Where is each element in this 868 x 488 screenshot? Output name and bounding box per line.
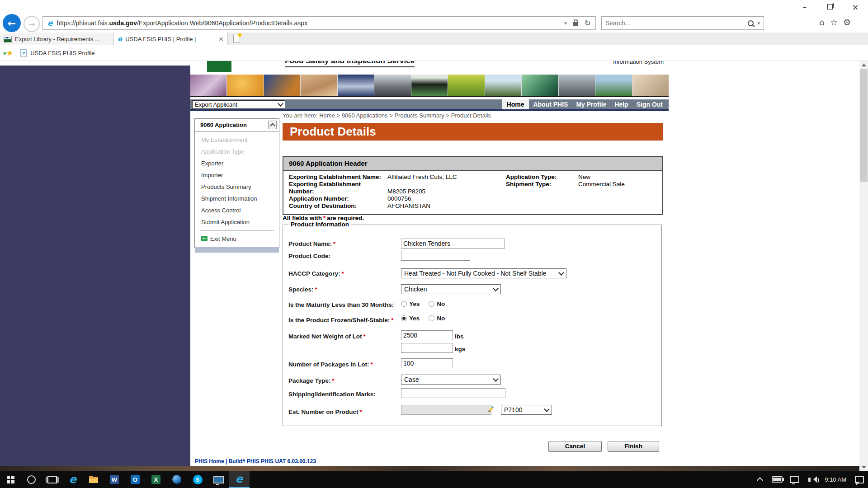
- chevron-down-icon: [558, 270, 564, 276]
- frozen-yes-radio[interactable]: [401, 315, 407, 321]
- clock[interactable]: 9:10 AM: [820, 476, 851, 483]
- page-scrollbar[interactable]: [859, 61, 868, 471]
- haccp-category-select[interactable]: Heat Treated - Not Fully Cooked - Not Sh…: [401, 268, 566, 278]
- frozen-label: Is the Product Frozen/Shelf-Stable:*: [288, 317, 395, 324]
- product-code-input[interactable]: [401, 251, 470, 261]
- forward-button[interactable]: →: [24, 16, 40, 32]
- exporting-establishment-number: M8205 P8205: [387, 188, 425, 195]
- tray-display[interactable]: [786, 476, 803, 483]
- task-view-icon: [47, 476, 57, 483]
- task-view-button[interactable]: [42, 471, 62, 488]
- search-dropdown-icon[interactable]: ▾: [757, 20, 760, 26]
- refresh-icon[interactable]: ↻: [585, 19, 591, 28]
- search-box[interactable]: Search... ▾: [601, 16, 764, 30]
- nav-sign-out[interactable]: Sign Out: [632, 99, 667, 109]
- application-number: 0000756: [387, 195, 411, 202]
- tray-volume[interactable]: [803, 478, 820, 482]
- tab-export-library[interactable]: Export Library - Requirements ...: [0, 33, 114, 45]
- product-code-label: Product Code:: [288, 253, 330, 259]
- sidebar-item-exporter[interactable]: Exporter: [195, 158, 279, 169]
- cancel-button[interactable]: Cancel: [548, 441, 602, 452]
- taskbar-ie-active[interactable]: e: [229, 471, 250, 488]
- country-of-destination: AFGHANISTAN: [387, 202, 430, 209]
- scroll-down-arrow[interactable]: [859, 463, 868, 471]
- taskbar-remote-desktop[interactable]: [208, 471, 229, 488]
- page-left-background: [0, 66, 190, 466]
- sidebar-item-access-control[interactable]: Access Control: [195, 205, 279, 216]
- cortana-search-button[interactable]: [21, 471, 42, 488]
- address-bar[interactable]: e https://phisuat.fsis.usda.gov/ExportAp…: [42, 16, 596, 30]
- home-icon[interactable]: ⌂: [819, 17, 825, 27]
- chevron-up-icon: [270, 123, 275, 128]
- sidebar-exit-menu[interactable]: Exit Menu: [195, 233, 279, 244]
- finish-button[interactable]: Finish: [608, 441, 659, 452]
- nav-about-phis[interactable]: About PHIS: [529, 99, 572, 109]
- scrollbar-thumb[interactable]: [860, 69, 868, 182]
- tray-show-hidden-icons[interactable]: [751, 476, 769, 483]
- taskbar-word[interactable]: W: [104, 471, 125, 488]
- search-icon[interactable]: [748, 20, 754, 26]
- sidebar-item-submit-application[interactable]: Submit Application: [195, 216, 279, 228]
- tray-battery[interactable]: [769, 476, 786, 483]
- settings-gear-icon[interactable]: ⚙: [843, 17, 851, 27]
- maturity-yes-radio[interactable]: [401, 301, 407, 307]
- photo-technicians: [338, 75, 374, 96]
- footer-photo-strip: [0, 466, 868, 471]
- address-dropdown-icon[interactable]: ▾: [564, 20, 567, 26]
- minimize-button[interactable]: –: [792, 0, 817, 14]
- nav-help[interactable]: Help: [610, 99, 632, 109]
- tab-close-icon[interactable]: ×: [218, 35, 224, 42]
- taskbar: e W O X S e 9:10 AM: [0, 471, 868, 488]
- taskbar-outlook[interactable]: O: [125, 471, 146, 488]
- taskbar-file-explorer[interactable]: [83, 471, 104, 488]
- packages-label: Number of Packages in Lot:*: [288, 361, 374, 368]
- taskbar-browser-globe[interactable]: [166, 471, 187, 488]
- favorite-item[interactable]: USDA FSIS PHIS Profile: [30, 50, 94, 56]
- species-label: Species:*: [288, 286, 319, 293]
- start-button[interactable]: [0, 471, 21, 488]
- exit-icon: [201, 236, 208, 241]
- collapse-button[interactable]: [268, 121, 277, 129]
- close-button[interactable]: ×: [843, 0, 868, 14]
- taskbar-excel[interactable]: X: [146, 471, 166, 488]
- est-number-select[interactable]: P7100: [501, 405, 552, 415]
- maturity-label: Is the Maturity Less than 30 Months:: [288, 301, 394, 308]
- packages-input[interactable]: [401, 358, 453, 368]
- nav-my-profile[interactable]: My Profile: [572, 99, 610, 109]
- new-tab-button[interactable]: [233, 35, 240, 43]
- chevron-down-icon: [544, 406, 550, 412]
- maturity-no-radio[interactable]: [429, 301, 434, 307]
- taskbar-skype[interactable]: S: [187, 471, 208, 488]
- ie-favicon: e: [118, 35, 122, 43]
- favorites-star-icon[interactable]: ☆: [830, 17, 838, 27]
- back-arrow-icon: ←: [8, 18, 16, 29]
- sidebar-item-shipment-information[interactable]: Shipment Information: [195, 193, 279, 205]
- search-input[interactable]: Search...: [605, 19, 748, 27]
- species-select[interactable]: Chicken: [401, 284, 501, 294]
- weight-kgs-input[interactable]: [401, 343, 453, 353]
- sidebar-item-importer[interactable]: Importer: [195, 169, 279, 181]
- chevron-down-icon: [493, 376, 499, 382]
- taskbar-ie[interactable]: e: [62, 471, 83, 488]
- skype-icon: S: [193, 475, 203, 484]
- package-type-select[interactable]: Case: [401, 375, 501, 385]
- scroll-up-arrow[interactable]: [859, 61, 868, 69]
- fieldset-legend: Product Information: [288, 221, 351, 228]
- weight-lbs-input[interactable]: [401, 330, 453, 340]
- restore-button[interactable]: [817, 0, 843, 14]
- role-select[interactable]: Export Applicant: [192, 100, 285, 109]
- add-favorite-icon[interactable]: ★: [6, 48, 13, 57]
- nav-home[interactable]: Home: [502, 99, 529, 109]
- url-text[interactable]: https://phisuat.fsis.usda.gov/ExportAppl…: [57, 19, 565, 27]
- product-name-input[interactable]: [401, 239, 505, 249]
- action-center-button[interactable]: [851, 476, 868, 483]
- shipping-marks-input[interactable]: [401, 388, 505, 398]
- tab-usda-fsis-phis[interactable]: e USDA FSIS PHIS | Profile | ×: [114, 33, 228, 45]
- back-button[interactable]: ←: [3, 14, 21, 32]
- page-footer[interactable]: PHIS Home | Build# PHIS PHIS UAT 6.03.00…: [190, 457, 669, 466]
- photo-livestock: [632, 75, 669, 96]
- frozen-no-radio[interactable]: [429, 315, 434, 321]
- lbs-label: lbs: [455, 333, 464, 340]
- required-fields-note: All fields with*are required.: [283, 215, 364, 221]
- sidebar-item-products-summary[interactable]: Products Summary: [195, 181, 279, 193]
